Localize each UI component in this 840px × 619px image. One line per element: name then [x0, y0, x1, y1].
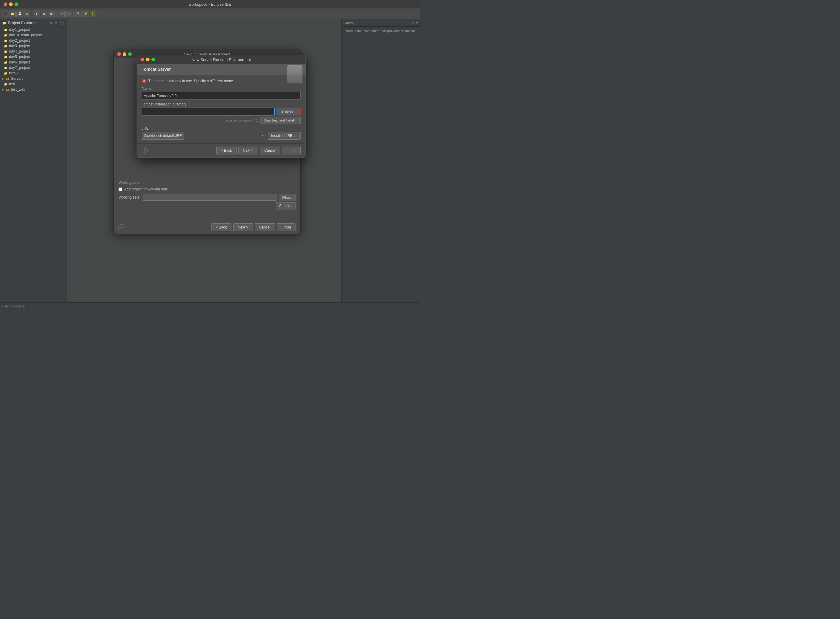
- dialog-section-header: Tomcat Server: [137, 64, 306, 75]
- tree-item-kktalk[interactable]: 📁 kktalk: [0, 70, 66, 76]
- sidebar: 📁 Project Explorer × ≡ ⬛ 📁 day1_project …: [0, 19, 67, 310]
- dialog-fg-cancel-button[interactable]: Cancel: [260, 147, 280, 154]
- dialog-fg-help-icon[interactable]: ?: [142, 148, 148, 154]
- sidebar-title: Project Explorer: [8, 21, 49, 25]
- installed-jres-button[interactable]: Installed JREs...: [268, 132, 301, 140]
- add-working-sets-label: Add project to working sets: [124, 187, 168, 191]
- toolbar-btn-2[interactable]: 📁: [9, 10, 16, 17]
- dialog-bg-back-button[interactable]: < Back: [211, 223, 231, 231]
- tree-item-day1[interactable]: 📁 day1_project: [0, 27, 66, 32]
- name-label: Name:: [142, 87, 301, 91]
- outline-close-button[interactable]: ×: [412, 21, 414, 25]
- toolbar-separator-1: [32, 11, 32, 16]
- jre-select[interactable]: Workbench default JRE: [142, 132, 184, 140]
- tree-label-test-web: test_web: [11, 87, 25, 91]
- tree-label-day3: day3_project: [9, 44, 30, 48]
- dialog-bg-next-button[interactable]: Next >: [233, 223, 253, 231]
- toolbar-btn-7[interactable]: ⏹: [48, 10, 55, 17]
- dialog-fg-title: New Server Runtime Environment: [192, 57, 251, 62]
- dir-input[interactable]: [142, 108, 275, 115]
- tree-item-day3[interactable]: 📁 day3_project: [0, 43, 66, 49]
- toolbar-btn-5[interactable]: ▶: [34, 10, 40, 17]
- toolbar-btn-8[interactable]: ↩: [58, 10, 65, 17]
- add-working-sets-row: Add project to working sets: [118, 187, 295, 191]
- working-sets-input[interactable]: [143, 194, 276, 201]
- working-sets-field-label: Working sets:: [118, 195, 140, 199]
- dialog-bg-max[interactable]: [128, 52, 132, 56]
- new-working-set-button[interactable]: New...: [279, 194, 295, 201]
- sidebar-header: 📁 Project Explorer × ≡ ⬛: [0, 19, 66, 27]
- outline-header: Outline × ≡: [342, 19, 420, 27]
- tree-label-day7: day7_project: [9, 66, 30, 70]
- toolbar-btn-1[interactable]: ⬛: [2, 10, 9, 17]
- tree-group-servers[interactable]: ▶ 🗂 Servers: [0, 76, 66, 81]
- toolbar-btn-3[interactable]: 💾: [16, 10, 23, 17]
- outline-empty-text: There is no active editor that provides …: [342, 27, 420, 35]
- tree-item-day10[interactable]: 📁 day10_team_project: [0, 32, 66, 38]
- dialog-fg-finish-button[interactable]: Finish: [282, 147, 301, 154]
- dir-row: Browse...: [142, 108, 301, 115]
- toolbar-btn-10[interactable]: 🔍: [75, 10, 82, 17]
- dialog-bg-cancel-button[interactable]: Cancel: [255, 223, 275, 231]
- dialog-bg-help-icon[interactable]: ?: [118, 224, 124, 230]
- toolbar-btn-12[interactable]: 🐛: [90, 10, 96, 17]
- window-title: workspace - Eclipse IDE: [189, 2, 231, 7]
- jre-select-wrapper: Workbench default JRE: [142, 132, 265, 140]
- toolbar-separator-3: [73, 11, 74, 16]
- dialog-bg-close[interactable]: [117, 52, 121, 56]
- sidebar-btn-1[interactable]: ≡: [54, 21, 58, 25]
- dialog-fg-next-button[interactable]: Next >: [239, 147, 258, 154]
- tree-item-day6[interactable]: 📁 day6_project: [0, 60, 66, 65]
- tree-label-day4: day4_project: [9, 49, 30, 54]
- jre-row: Workbench default JRE Installed JREs...: [142, 132, 301, 140]
- dialog-fg-close[interactable]: [140, 58, 144, 61]
- folder-icon-day6: 📁: [4, 60, 8, 64]
- dialog-fg-back-button[interactable]: < Back: [216, 147, 237, 154]
- folder-icon-servers: 🗂: [6, 76, 10, 81]
- toolbar-btn-9[interactable]: ↪: [65, 10, 72, 17]
- working-sets-label: Working sets: [118, 181, 295, 185]
- dialog-fg-footer: ? < Back Next > Cancel Finish: [137, 143, 306, 157]
- chevron-test-web: ▶: [2, 88, 4, 91]
- sidebar-btn-2[interactable]: ⬛: [60, 21, 64, 25]
- dialog-fg-min[interactable]: [146, 58, 149, 61]
- dialog-bg-traffic-lights: [117, 52, 132, 56]
- sidebar-close-button[interactable]: ×: [50, 21, 52, 25]
- tree-label-day1: day1_project: [9, 27, 30, 32]
- chevron-servers: ▶: [2, 77, 4, 81]
- outline-menu-button[interactable]: ≡: [416, 21, 418, 25]
- toolbar-btn-6[interactable]: ⏸: [41, 10, 48, 17]
- error-row: ✕ The name is already in use. Specify a …: [142, 79, 301, 84]
- tree-group-test-web[interactable]: ▶ 🗂 test_web: [0, 87, 66, 92]
- download-install-button[interactable]: Download and Install...: [260, 117, 301, 124]
- add-working-sets-checkbox[interactable]: [118, 187, 122, 191]
- minimize-button[interactable]: [9, 2, 13, 6]
- tree-label-test: test: [9, 82, 15, 86]
- toolbar-btn-11[interactable]: ⚡: [82, 10, 89, 17]
- toolbar-btn-4[interactable]: ⚙: [24, 10, 30, 17]
- tree-item-day2[interactable]: 📁 day2_project: [0, 38, 66, 43]
- select-working-set-button[interactable]: Select...: [276, 202, 295, 209]
- working-sets-row: Working sets: New...: [118, 194, 295, 201]
- dialog-bg-min[interactable]: [123, 52, 126, 56]
- tree-item-test[interactable]: 📁 test: [0, 81, 66, 87]
- tree-item-day7[interactable]: 📁 day7_project: [0, 65, 66, 70]
- folder-icon-day1: 📁: [4, 27, 8, 32]
- tree-item-day4[interactable]: 📁 day4_project: [0, 49, 66, 54]
- outline-title: Outline: [343, 21, 410, 25]
- dialog-bg-finish-button[interactable]: Finish: [277, 223, 295, 231]
- dialog-fg-traffic-lights: [140, 58, 155, 61]
- close-button[interactable]: [4, 2, 7, 6]
- status-bar: 0 items selected: [0, 302, 420, 310]
- tree-item-day5[interactable]: 📁 day5_project: [0, 54, 66, 60]
- content-area: New Dynamic Web Project Working sets Add…: [67, 19, 342, 310]
- error-icon: ✕: [142, 79, 146, 84]
- working-sets-outer: Working sets Add project to working sets…: [113, 181, 300, 209]
- folder-icon-test: 📁: [4, 82, 8, 86]
- dialog-fg-max[interactable]: [151, 58, 155, 61]
- folder-icon-day5: 📁: [4, 55, 8, 59]
- name-input[interactable]: [142, 92, 301, 100]
- maximize-button[interactable]: [15, 2, 18, 6]
- browse-button[interactable]: Browse...: [277, 108, 301, 115]
- dialog-fg-titlebar: New Server Runtime Environment: [137, 55, 306, 64]
